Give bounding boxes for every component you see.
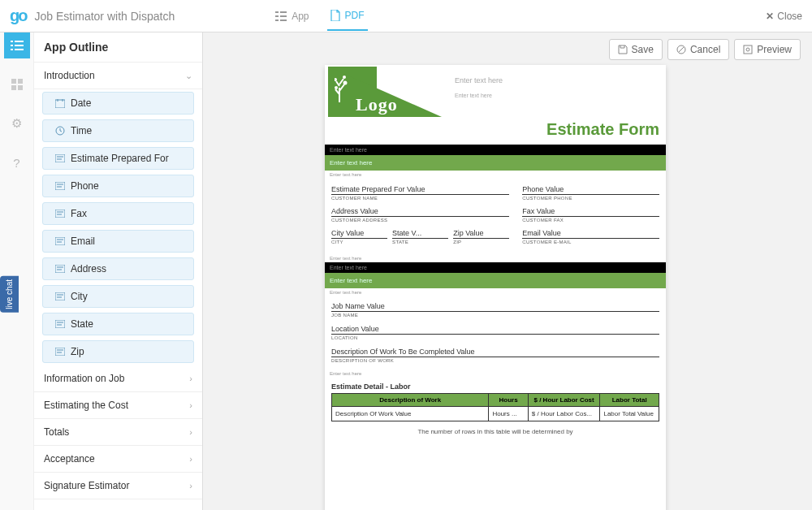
sub-city: CITY	[331, 239, 387, 248]
section-estimating-cost[interactable]: Estimating the Cost›	[34, 392, 202, 419]
live-chat-button[interactable]: live chat	[0, 276, 19, 313]
svg-rect-13	[18, 79, 23, 84]
field-phone-val[interactable]: Phone Value	[522, 182, 659, 195]
text-icon	[54, 347, 66, 357]
job-name[interactable]: Job Name Value	[331, 298, 659, 312]
sub-fax: CUSTOMER FAX	[522, 217, 659, 226]
save-icon	[618, 45, 628, 54]
job-location[interactable]: Location Value	[331, 321, 659, 335]
field-fax[interactable]: Fax	[42, 202, 194, 225]
job-desc[interactable]: Description Of Work To Be Completed Valu…	[331, 344, 659, 357]
section-label: Introduction	[44, 70, 95, 81]
table-row[interactable]: Description Of Work Value Hours ... $ / …	[332, 407, 659, 421]
app-title: Job Estimator with Dispatch	[34, 10, 175, 23]
field-email-val[interactable]: Email Value	[522, 226, 659, 239]
field-fax-val[interactable]: Fax Value	[522, 204, 659, 217]
section-information-on-job[interactable]: Information on Job›	[34, 365, 202, 392]
svg-rect-3	[280, 15, 287, 17]
field-phone[interactable]: Phone	[42, 175, 194, 197]
tab-app[interactable]: App	[272, 2, 312, 31]
field-address-val[interactable]: Address Value	[331, 204, 509, 217]
field-city[interactable]: City	[42, 285, 194, 308]
tiny-placeholder-1[interactable]: Enter text here	[325, 171, 666, 179]
save-button[interactable]: Save	[609, 39, 663, 60]
preview-button[interactable]: Preview	[734, 39, 801, 60]
calendar-icon	[54, 98, 66, 108]
cell-cost[interactable]: $ / Hour Labor Cos...	[528, 407, 600, 421]
tab-pdf[interactable]: PDF	[327, 2, 368, 31]
sub-email: CUSTOMER E-MAIL	[522, 239, 659, 248]
th-desc: Description of Work	[332, 394, 489, 407]
cancel-icon	[676, 45, 686, 54]
cell-total[interactable]: Labor Total Value	[600, 407, 659, 421]
top-bar: go Job Estimator with Dispatch App PDF ✕…	[0, 0, 812, 32]
svg-rect-10	[11, 49, 13, 50]
cell-desc[interactable]: Description Of Work Value	[332, 407, 489, 421]
section-bar-1[interactable]: Enter text here	[325, 145, 666, 155]
logo-block: Logo	[328, 67, 442, 120]
header-placeholder-1[interactable]: Enter text here	[455, 76, 503, 84]
section-subbar-2[interactable]: Enter text here	[325, 273, 666, 288]
header-placeholder-2[interactable]: Enter text here	[455, 93, 492, 98]
field-state-val[interactable]: State V...	[392, 226, 448, 239]
field-state[interactable]: State	[42, 313, 194, 335]
chevron-right-icon: ›	[189, 454, 192, 464]
chevron-right-icon: ›	[189, 374, 192, 383]
field-label: Time	[71, 125, 92, 136]
svg-point-52	[335, 78, 337, 81]
svg-rect-12	[11, 79, 16, 84]
section-subbar-1[interactable]: Enter text here	[325, 155, 666, 171]
field-prepared-for[interactable]: Estimate Prepared For	[42, 147, 194, 170]
field-email[interactable]: Email	[42, 230, 194, 253]
field-address[interactable]: Address	[42, 257, 194, 280]
view-tabs: App PDF	[175, 2, 766, 31]
text-icon	[54, 292, 66, 301]
field-prep-for[interactable]: Estimate Prepared For Value	[331, 182, 509, 195]
text-icon	[54, 264, 66, 274]
job-section: Job Name Value JOB NAME Location Value L…	[325, 296, 666, 370]
tiny-placeholder-2[interactable]: Enter text here	[325, 254, 666, 262]
chevron-down-icon: ⌄	[185, 71, 192, 81]
preview-icon	[743, 45, 753, 54]
list-icon	[275, 11, 287, 22]
svg-rect-28	[55, 210, 65, 218]
clock-icon	[54, 126, 66, 136]
brand-logo: go	[10, 6, 26, 25]
save-label: Save	[632, 44, 654, 55]
cell-hours[interactable]: Hours ...	[489, 407, 528, 421]
cancel-button[interactable]: Cancel	[667, 39, 729, 60]
estimate-section-title: Estimate Detail - Labor	[325, 378, 666, 393]
sub-state: STATE	[392, 239, 448, 248]
tiny-placeholder-3[interactable]: Enter text here	[325, 288, 666, 296]
rail-outline[interactable]	[4, 32, 30, 58]
sub-job-desc: DESCRIPTION OF WORK	[331, 357, 659, 366]
section-acceptance[interactable]: Acceptance›	[34, 446, 202, 473]
svg-line-47	[679, 47, 684, 52]
svg-rect-22	[55, 154, 65, 162]
section-signature-estimator[interactable]: Signature Estimator›	[34, 473, 202, 499]
close-button[interactable]: ✕ Close	[766, 11, 802, 22]
svg-point-50	[335, 86, 338, 89]
section-bar-2[interactable]: Enter text here	[325, 262, 666, 273]
field-time[interactable]: Time	[42, 119, 194, 142]
sub-prep-for: CUSTOMER NAME	[331, 195, 509, 204]
field-city-val[interactable]: City Value	[331, 226, 387, 239]
text-icon	[54, 319, 66, 329]
logo-text: Logo	[356, 94, 398, 115]
section-label: Signature Estimator	[44, 480, 129, 491]
field-zip-val[interactable]: Zip Value	[453, 226, 509, 239]
tiny-placeholder-4[interactable]: Enter text here	[325, 370, 666, 378]
field-zip[interactable]: Zip	[42, 340, 194, 363]
rail-grid[interactable]	[4, 71, 30, 97]
rail-help[interactable]: ?	[4, 149, 30, 175]
field-label: Email	[71, 236, 95, 247]
section-totals[interactable]: Totals›	[34, 419, 202, 446]
svg-rect-16	[55, 100, 65, 108]
svg-line-21	[60, 131, 62, 132]
section-introduction[interactable]: Introduction ⌄	[34, 63, 202, 89]
gear-icon: ⚙	[11, 116, 22, 131]
svg-rect-31	[55, 237, 65, 245]
rail-settings[interactable]: ⚙	[4, 110, 30, 136]
sub-zip: ZIP	[453, 239, 509, 248]
field-date[interactable]: Date	[42, 92, 194, 115]
